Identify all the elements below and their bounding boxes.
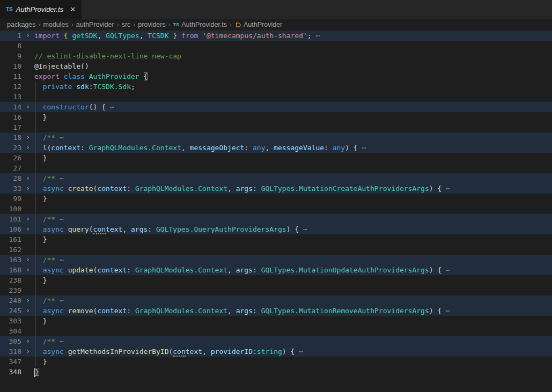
fold-chevron-icon[interactable]: › [21,183,34,194]
line-number[interactable]: 304 [0,326,21,336]
line-number[interactable]: 161 [0,234,21,245]
code-line-245[interactable]: 245› async remove(context: GraphQLModule… [0,306,552,316]
fold-chevron-icon[interactable]: › [21,255,34,265]
line-number[interactable]: 33 [0,183,21,194]
code-line-1[interactable]: 1›import { getSDK, GQLTypes, TCSDK } fro… [0,31,552,41]
code-line-240[interactable]: 240› /** ⋯ [0,295,552,306]
code-line-27[interactable]: 27 [0,163,552,173]
line-number[interactable]: 8 [0,41,21,51]
line-number[interactable]: 26 [0,153,21,163]
breadcrumb-item-packages[interactable]: packages [7,21,36,28]
line-number[interactable]: 101 [0,214,21,224]
code-line-8[interactable]: 8 [0,41,552,51]
code-line-10[interactable]: 10@Injectable() [0,61,552,71]
code-token: /** [43,337,60,345]
code-line-163[interactable]: 163› /** ⋯ [0,255,552,265]
fold-chevron-icon[interactable]: › [21,132,34,143]
code-line-100[interactable]: 100 [0,204,552,214]
line-number[interactable]: 28 [0,173,21,183]
code-line-101[interactable]: 101› /** ⋯ [0,214,552,224]
code-line-238[interactable]: 238 } [0,275,552,285]
code-token: import [34,32,60,40]
code-token: } [173,32,177,40]
line-number[interactable]: 10 [0,61,21,71]
line-number[interactable]: 239 [0,285,21,295]
code-line-303[interactable]: 303 } [0,316,552,326]
tab-authprovider[interactable]: TS AuthProvider.ts ✕ [0,0,82,19]
line-number[interactable]: 162 [0,245,21,255]
line-number[interactable]: 13 [0,92,21,102]
code-line-17[interactable]: 17 [0,122,552,132]
code-line-161[interactable]: 161 } [0,234,552,245]
breadcrumb-item-authprovider[interactable]: authProvider [76,21,114,28]
line-number[interactable]: 1 [0,31,21,41]
fold-chevron-icon[interactable]: › [21,143,34,153]
line-number[interactable]: 23 [0,143,21,153]
line-number[interactable]: 27 [0,163,21,173]
code-line-13[interactable]: 13 [0,92,552,102]
code-token: args [236,307,253,315]
breadcrumb-item-authprovider-ts[interactable]: TSAuthProvider.ts [173,21,227,28]
fold-chevron-icon[interactable]: › [21,346,34,357]
code-token: : [127,266,135,274]
code-line-106[interactable]: 106› async query(context, args: GQLTypes… [0,224,552,234]
line-number[interactable]: 238 [0,275,21,285]
breadcrumb-item-src[interactable]: src [122,21,131,28]
code-line-14[interactable]: 14› constructor() { ⋯ [0,102,552,112]
line-number[interactable]: 240 [0,295,21,306]
code-line-310[interactable]: 310› async getMethodsInProviderByID(cont… [0,346,552,357]
fold-chevron-icon[interactable]: › [21,336,34,346]
code-token [64,184,68,193]
code-line-12[interactable]: 12 private sdk:TCSDK.Sdk; [0,82,552,92]
line-number[interactable]: 347 [0,357,21,367]
line-number[interactable]: 14 [0,102,21,112]
code-line-239[interactable]: 239 [0,285,552,295]
code-line-16[interactable]: 16 } [0,112,552,122]
line-number[interactable]: 348 [0,367,21,377]
code-line-348[interactable]: 348} [0,367,552,377]
code-line-11[interactable]: 11export class AuthProvider { [0,71,552,82]
fold-chevron-icon[interactable]: › [21,265,34,275]
line-number[interactable]: 168 [0,265,21,275]
line-number[interactable]: 310 [0,346,21,357]
fold-chevron-icon[interactable]: › [21,31,34,41]
close-icon[interactable]: ✕ [70,5,76,13]
code-token [34,337,43,345]
code-line-9[interactable]: 9// eslint-disable-next-line new-cap [0,51,552,61]
line-number[interactable]: 303 [0,316,21,326]
line-number[interactable]: 9 [0,51,21,61]
line-number[interactable]: 18 [0,132,21,143]
code-line-162[interactable]: 162 [0,245,552,255]
line-number[interactable]: 17 [0,122,21,132]
breadcrumb-item-modules[interactable]: modules [43,21,69,28]
line-number[interactable]: 163 [0,255,21,265]
code-line-33[interactable]: 33› async create(context: GraphQLModules… [0,183,552,194]
fold-chevron-icon[interactable]: › [21,295,34,306]
line-number[interactable]: 16 [0,112,21,122]
line-number[interactable]: 305 [0,336,21,346]
line-number[interactable]: 245 [0,306,21,316]
fold-chevron-icon[interactable]: › [21,102,34,112]
line-number[interactable]: 99 [0,194,21,204]
code-content [34,41,552,51]
line-number[interactable]: 11 [0,71,21,82]
fold-chevron-icon[interactable]: › [21,214,34,224]
code-editor[interactable]: 1›import { getSDK, GQLTypes, TCSDK } fro… [0,31,552,392]
code-line-28[interactable]: 28› /** ⋯ [0,173,552,183]
fold-chevron-icon[interactable]: › [21,306,34,316]
code-line-168[interactable]: 168› async update(context: GraphQLModule… [0,265,552,275]
fold-chevron-icon[interactable]: › [21,224,34,234]
code-line-305[interactable]: 305› /** ⋯ [0,336,552,346]
breadcrumb-item-providers[interactable]: providers [138,21,165,28]
code-line-23[interactable]: 23› l(context: GraphQLModules.Context, m… [0,143,552,153]
breadcrumb-item-authprovider[interactable]: AuthProvider [234,21,282,28]
fold-chevron-icon[interactable]: › [21,173,34,183]
line-number[interactable]: 12 [0,82,21,92]
code-line-26[interactable]: 26 } [0,153,552,163]
code-line-18[interactable]: 18› /** ⋯ [0,132,552,143]
line-number[interactable]: 100 [0,204,21,214]
code-line-99[interactable]: 99 } [0,194,552,204]
code-line-347[interactable]: 347 } [0,357,552,367]
line-number[interactable]: 106 [0,224,21,234]
code-line-304[interactable]: 304 [0,326,552,336]
